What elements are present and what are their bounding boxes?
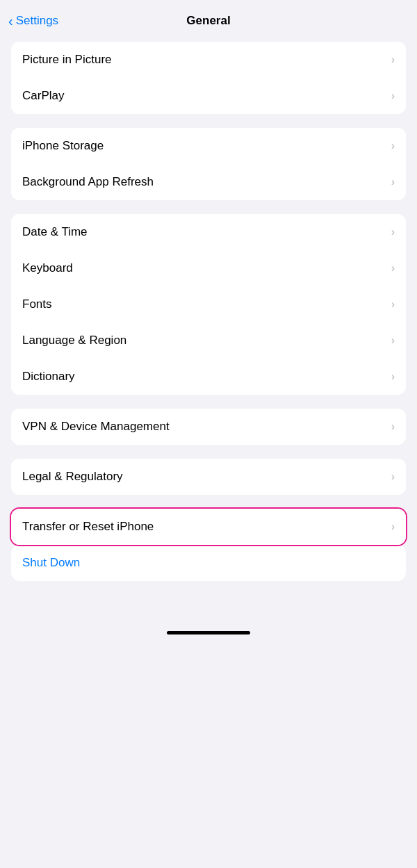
home-bar xyxy=(167,631,250,634)
chevron-icon: › xyxy=(391,262,395,275)
settings-group-2: iPhone Storage › Background App Refresh … xyxy=(11,128,406,200)
settings-content: Picture in Picture › CarPlay › iPhone St… xyxy=(0,42,417,609)
sidebar-item-carplay[interactable]: CarPlay › xyxy=(11,78,406,114)
sidebar-item-language-region[interactable]: Language & Region › xyxy=(11,322,406,359)
settings-group-shutdown: Shut Down xyxy=(11,545,406,581)
item-label: Background App Refresh xyxy=(22,175,154,189)
sidebar-item-legal-regulatory[interactable]: Legal & Regulatory › xyxy=(11,459,406,495)
sidebar-item-vpn-device-management[interactable]: VPN & Device Management › xyxy=(11,409,406,445)
sidebar-item-iphone-storage[interactable]: iPhone Storage › xyxy=(11,128,406,164)
item-label: VPN & Device Management xyxy=(22,420,170,434)
item-label: Dictionary xyxy=(22,370,75,384)
chevron-icon: › xyxy=(391,176,395,188)
item-label: Language & Region xyxy=(22,334,126,347)
item-label: Fonts xyxy=(22,297,52,311)
chevron-icon: › xyxy=(391,90,395,102)
sidebar-item-date-time[interactable]: Date & Time › xyxy=(11,214,406,250)
chevron-icon: › xyxy=(391,470,395,483)
settings-group-4: VPN & Device Management › xyxy=(11,409,406,445)
settings-group-5: Legal & Regulatory › xyxy=(11,459,406,495)
item-label: Keyboard xyxy=(22,261,73,275)
sidebar-item-shutdown[interactable]: Shut Down xyxy=(11,545,406,581)
header: ‹ Settings General xyxy=(0,0,417,36)
shutdown-label: Shut Down xyxy=(22,556,80,570)
item-label: Legal & Regulatory xyxy=(22,470,123,484)
back-label: Settings xyxy=(16,14,58,28)
item-label: Picture in Picture xyxy=(22,53,112,67)
item-label: Date & Time xyxy=(22,225,88,239)
chevron-icon: › xyxy=(391,521,395,533)
chevron-icon: › xyxy=(391,140,395,152)
chevron-icon: › xyxy=(391,420,395,433)
sidebar-item-transfer-reset-iphone[interactable]: Transfer or Reset iPhone › xyxy=(11,509,406,545)
sidebar-item-picture-in-picture[interactable]: Picture in Picture › xyxy=(11,42,406,78)
back-button[interactable]: ‹ Settings xyxy=(8,14,58,28)
sidebar-item-background-app-refresh[interactable]: Background App Refresh › xyxy=(11,164,406,200)
sidebar-item-fonts[interactable]: Fonts › xyxy=(11,286,406,322)
chevron-icon: › xyxy=(391,334,395,347)
settings-group-1: Picture in Picture › CarPlay › xyxy=(11,42,406,114)
settings-group-3: Date & Time › Keyboard › Fonts › Languag… xyxy=(11,214,406,395)
chevron-icon: › xyxy=(391,226,395,238)
home-indicator xyxy=(0,623,417,640)
item-label: CarPlay xyxy=(22,89,64,103)
sidebar-item-dictionary[interactable]: Dictionary › xyxy=(11,359,406,395)
chevron-icon: › xyxy=(391,370,395,383)
settings-group-transfer-reset: Transfer or Reset iPhone › xyxy=(11,509,406,545)
item-label: iPhone Storage xyxy=(22,139,104,153)
chevron-icon: › xyxy=(391,298,395,311)
back-chevron-icon: ‹ xyxy=(8,14,13,28)
chevron-icon: › xyxy=(391,54,395,66)
page-title: General xyxy=(186,14,230,28)
item-label: Transfer or Reset iPhone xyxy=(22,520,154,534)
sidebar-item-keyboard[interactable]: Keyboard › xyxy=(11,250,406,286)
